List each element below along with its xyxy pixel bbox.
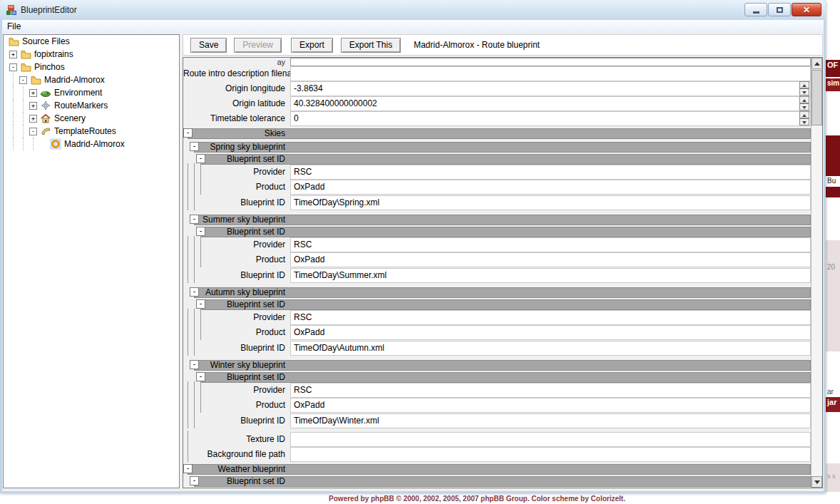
row-value[interactable]: OxPadd (290, 180, 811, 195)
bg-fragment: ar (826, 387, 840, 396)
minimize-button[interactable] (744, 3, 767, 16)
group-header-row: -Summer sky blueprint (183, 214, 811, 225)
row-label: Provider (183, 237, 290, 252)
tree-item[interactable]: +Environment (4, 86, 179, 99)
tree-item-label: Madrid-Almorox (44, 75, 105, 85)
window-title: BlueprintEditor (21, 5, 77, 15)
collapse-button[interactable]: - (190, 360, 199, 369)
toolbar: Save Preview Export Export This Madrid-A… (183, 34, 823, 56)
row-value[interactable]: 40.328400000000002 (290, 96, 811, 111)
export-this-button[interactable]: Export This (341, 38, 401, 53)
spinner-down-button[interactable] (799, 88, 809, 96)
row-value[interactable]: RSC (290, 165, 811, 180)
row-value[interactable]: RSC (290, 383, 811, 398)
group-header-row: -Blueprint set ID (183, 299, 811, 310)
row-value[interactable]: 0 (290, 111, 811, 126)
row-value[interactable]: OxPadd (290, 398, 811, 413)
group-header-label: Spring sky blueprint (183, 141, 290, 153)
collapse-button[interactable]: - (196, 372, 205, 381)
tree-expander[interactable]: - (19, 76, 27, 84)
collapse-button[interactable]: - (183, 464, 193, 473)
collapse-button[interactable]: - (196, 299, 205, 309)
group-header-bar (200, 154, 811, 165)
tree-guide-line (13, 138, 14, 150)
window-controls: ✕ (744, 3, 821, 16)
group-header-row: -Blueprint set ID (183, 153, 811, 165)
collapse-button[interactable]: - (196, 154, 205, 163)
row-value[interactable]: RSC (290, 310, 811, 325)
row-value[interactable]: -3.8634 (290, 81, 811, 96)
row-value[interactable]: OxPadd (290, 252, 811, 267)
row-value[interactable]: OxPadd (290, 325, 811, 340)
row-label: Provider (183, 383, 290, 398)
property-row: Blueprint IDTimeOfDay\Spring.xml (183, 195, 811, 210)
tree-item[interactable]: +fopixtrains (4, 48, 179, 61)
tree-item-label: Pinchos (34, 62, 65, 72)
row-value[interactable]: TimeOfDay\Autumn.xml (290, 341, 811, 356)
menu-item-file[interactable]: File (2, 21, 26, 31)
tree-item[interactable]: Madrid-Almorox (4, 138, 179, 150)
scroll-down-button[interactable] (811, 476, 822, 488)
tree-expander[interactable]: + (29, 89, 37, 97)
tree-item[interactable]: +Scenery (4, 112, 179, 125)
row-value[interactable]: TimeOfDay\Spring.xml (290, 195, 811, 210)
collapse-button[interactable]: - (183, 128, 193, 138)
row-value[interactable]: RSC (290, 237, 811, 252)
bg-fragment: Bu (826, 176, 840, 185)
save-button[interactable]: Save (190, 38, 227, 53)
row-label: Background file path (183, 447, 290, 462)
spinner-up-button[interactable] (799, 96, 809, 103)
row-label: Product (183, 325, 290, 340)
scenery-icon (40, 113, 51, 124)
maximize-button[interactable] (768, 3, 791, 16)
property-row: Origin longitude-3.8634 (183, 81, 811, 96)
value-spinner (799, 96, 809, 111)
row-value[interactable]: TimeOfDay\Winter.xml (290, 413, 811, 428)
row-value[interactable]: TimeOfDay\Summer.xml (290, 268, 811, 283)
collapse-button[interactable]: - (190, 142, 199, 151)
property-row: Texture ID (183, 432, 811, 447)
scrollbar[interactable] (811, 58, 822, 488)
tree-panel[interactable]: Source Files+fopixtrains-Pinchos-Madrid-… (3, 34, 180, 488)
export-button[interactable]: Export (291, 38, 333, 53)
tree-expander[interactable]: - (29, 128, 37, 135)
tree-guide-line (13, 125, 14, 138)
group-header-label: Skies (183, 128, 290, 139)
preview-button[interactable]: Preview (234, 38, 282, 53)
tree-item[interactable]: -Madrid-Almorox (4, 73, 179, 86)
row-value[interactable] (290, 66, 811, 81)
spinner-up-button[interactable] (799, 81, 809, 88)
row-value[interactable] (290, 447, 811, 462)
tree-item[interactable]: -TemplateRoutes (4, 125, 179, 138)
spinner-down-button[interactable] (799, 118, 809, 125)
collapse-button[interactable]: - (196, 227, 205, 236)
scroll-up-button[interactable] (811, 58, 822, 69)
row-value[interactable] (290, 58, 811, 66)
spinner-down-button[interactable] (799, 103, 809, 110)
close-button[interactable]: ✕ (792, 3, 821, 16)
titlebar[interactable]: BlueprintEditor ✕ (0, 0, 826, 20)
tree-expander[interactable]: + (29, 102, 37, 110)
spinner-up-button[interactable] (799, 111, 809, 118)
property-grid: ayRoute intro description filenameOrigin… (183, 57, 823, 488)
tree-item[interactable]: Source Files (4, 35, 179, 48)
collapse-button[interactable]: - (190, 287, 199, 297)
tree-item[interactable]: +RouteMarkers (4, 99, 179, 112)
row-label: ay (183, 58, 290, 66)
group-header-bar (200, 372, 811, 383)
tree-expander[interactable]: - (9, 63, 17, 71)
bg-fragment (826, 187, 840, 197)
tree-expander[interactable]: + (29, 115, 37, 123)
bg-fragment: OF (826, 60, 840, 77)
property-row: Origin latitude40.328400000000002 (183, 96, 811, 111)
property-row: ProductOxPadd (183, 398, 811, 413)
collapse-button[interactable]: - (190, 215, 199, 224)
editor-panel: Save Preview Export Export This Madrid-A… (183, 34, 823, 488)
footer-text: Powered by phpBB © 2000, 2002, 2005, 200… (114, 495, 840, 503)
tree-expander[interactable]: + (9, 51, 17, 58)
property-row: Blueprint IDTimeOfDay\Winter.xml (183, 413, 811, 428)
collapse-button[interactable]: - (190, 476, 199, 485)
row-value[interactable] (290, 432, 811, 447)
tree-item[interactable]: -Pinchos (4, 61, 179, 73)
scroll-thumb[interactable] (811, 70, 822, 125)
